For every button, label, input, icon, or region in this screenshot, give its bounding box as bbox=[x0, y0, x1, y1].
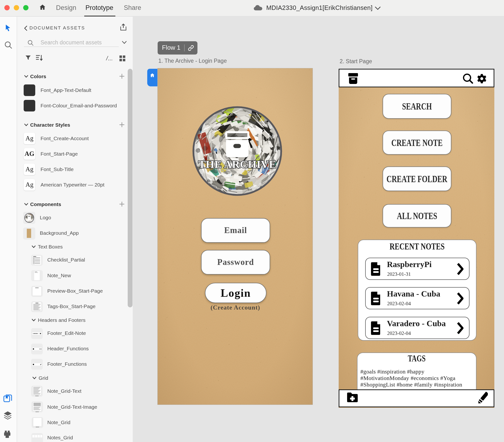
svg-text:THE ARCHIVE: THE ARCHIVE bbox=[198, 158, 276, 170]
